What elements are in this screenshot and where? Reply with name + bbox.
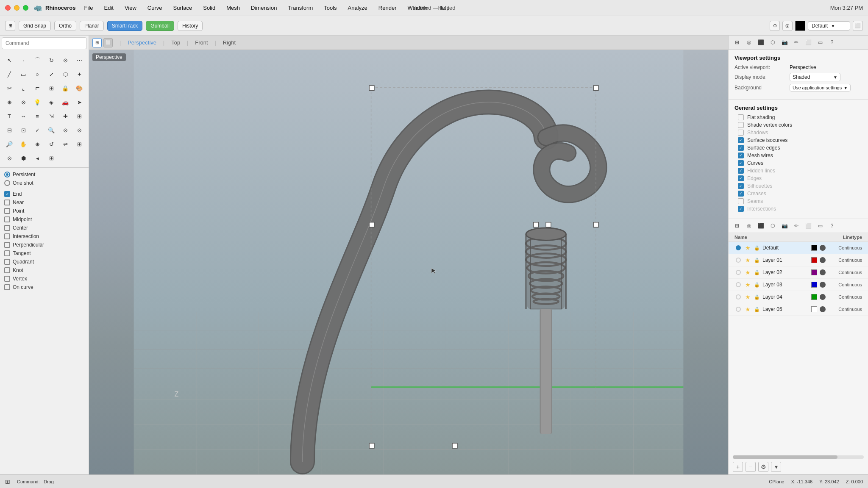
snap-perpendicular[interactable]: Perpendicular — [4, 241, 84, 249]
snap-oncurve-cb[interactable] — [4, 284, 10, 290]
snap-circle-icon[interactable]: ◎ — [782, 21, 793, 31]
ortho-snap-tool[interactable]: ⊡ — [17, 123, 30, 137]
trim-tool[interactable]: ✂ — [3, 81, 16, 95]
menu-tools[interactable]: Tools — [322, 4, 338, 12]
layer-row-04[interactable]: ★ 🔒 Layer 04 Continuous — [729, 291, 868, 303]
layer-color-01[interactable] — [811, 257, 817, 263]
lp-tab-icon-4[interactable]: ⬡ — [768, 221, 778, 231]
select-tool[interactable]: ↖ — [3, 53, 16, 67]
array-tool[interactable]: ⊞ — [72, 137, 86, 151]
vp-tab-layers[interactable]: ⊞ — [732, 37, 742, 47]
snap-end[interactable]: ✓ End — [4, 190, 84, 198]
oneshot-radio[interactable] — [4, 180, 10, 186]
layer-more-button[interactable]: ▾ — [771, 462, 781, 472]
vp-tab-camera[interactable]: 📷 — [779, 37, 790, 47]
camera-tool[interactable]: ⊙ — [58, 53, 72, 67]
more-tool-2[interactable]: ✦ — [72, 67, 86, 81]
display-mode-dropdown[interactable]: Shaded ▼ — [790, 73, 840, 81]
minimize-button[interactable] — [14, 5, 19, 11]
layer-lock-02[interactable]: 🔒 — [753, 269, 761, 276]
layer-color-05[interactable] — [811, 306, 817, 312]
cb-shade-vertex-box[interactable] — [738, 122, 744, 128]
grid-tool[interactable]: ⊞ — [72, 109, 86, 123]
persistent-snap-item[interactable]: Persistent — [4, 170, 84, 179]
cb-edges[interactable]: ✓ Edges — [734, 175, 862, 181]
cb-mesh-wires-box[interactable]: ✓ — [738, 152, 744, 158]
snap-vertex[interactable]: Vertex — [4, 274, 84, 283]
close-button[interactable] — [5, 5, 11, 11]
snap-point-cb[interactable] — [4, 208, 10, 214]
more-tool-3[interactable]: ⊙ — [58, 123, 72, 137]
3d-rotate[interactable]: ↺ — [45, 137, 58, 151]
lp-tab-icon-9[interactable]: ? — [827, 221, 837, 231]
snap-tangent-cb[interactable] — [4, 250, 10, 256]
lp-tab-icon-7[interactable]: ⬜ — [803, 221, 813, 231]
snap-near-cb[interactable] — [4, 200, 10, 205]
vp-tab-help[interactable]: ? — [827, 37, 837, 47]
layer-row-default[interactable]: ★ 🔒 Default Continuous — [729, 242, 868, 254]
cb-surface-iso-box[interactable]: ✓ — [738, 137, 744, 143]
layer-radio-03[interactable] — [734, 281, 742, 288]
lp-tab-icon-8[interactable]: ▭ — [815, 221, 825, 231]
snap-quadrant[interactable]: Quadrant — [4, 258, 84, 266]
gumball-button[interactable]: Gumball — [146, 21, 174, 31]
cb-silhouettes[interactable]: ✓ Silhouettes — [734, 183, 862, 189]
snap-center[interactable]: Center — [4, 224, 84, 232]
offset-tool[interactable]: ⊏ — [31, 81, 44, 95]
snap-knot[interactable]: Knot — [4, 266, 84, 274]
mirror-tool[interactable]: ⇌ — [58, 137, 72, 151]
cb-intersections[interactable]: ✓ Intersections — [734, 206, 862, 212]
cb-curves-box[interactable]: ✓ — [738, 160, 744, 166]
snap-tangent[interactable]: Tangent — [4, 249, 84, 258]
arrow-tool[interactable]: ➤ — [72, 95, 86, 109]
vp-tab-circle[interactable]: ◎ — [744, 37, 754, 47]
tab-icon-grid[interactable]: ⊞ — [92, 38, 102, 47]
oneshot-snap-item[interactable]: One shot — [4, 179, 84, 187]
pan-tool[interactable]: ✋ — [17, 137, 30, 151]
snap-quadrant-cb[interactable] — [4, 259, 10, 265]
vp-tab-3d[interactable]: ⬡ — [768, 37, 778, 47]
menu-edit[interactable]: Edit — [102, 4, 115, 12]
layer-radio-02[interactable] — [734, 269, 742, 276]
cb-edges-box[interactable]: ✓ — [738, 175, 744, 181]
rotate-tool[interactable]: ↻ — [45, 53, 58, 67]
color-wheel-tool[interactable]: 🎨 — [72, 81, 86, 95]
vp-tab-box3[interactable]: ▭ — [815, 37, 825, 47]
menu-transform[interactable]: Transform — [286, 4, 314, 12]
text-tool[interactable]: T — [3, 109, 16, 123]
cb-seams[interactable]: Seams — [734, 198, 862, 204]
hatch-tool[interactable]: ≡ — [31, 109, 44, 123]
layer-color-04[interactable] — [811, 294, 817, 300]
group-tool[interactable]: ⊞ — [45, 81, 58, 95]
cb-hidden-lines-box[interactable]: ✓ — [738, 168, 744, 174]
layer-radio-default[interactable] — [734, 244, 742, 252]
move-tool[interactable]: ✚ — [58, 109, 72, 123]
zoom-window[interactable]: ⊕ — [31, 137, 44, 151]
sidebar-toggle-icon[interactable]: ⊞ — [5, 21, 15, 31]
layer-lock-03[interactable]: 🔒 — [753, 281, 761, 288]
layer-lock-04[interactable]: 🔒 — [753, 293, 761, 301]
menu-mesh[interactable]: Mesh — [225, 4, 242, 12]
boolean-tool[interactable]: ⊕ — [3, 95, 16, 109]
lp-tab-icon-2[interactable]: ◎ — [744, 221, 754, 231]
tab-icon-single[interactable]: ⬜ — [103, 38, 113, 47]
menu-file[interactable]: File — [83, 4, 95, 12]
analyze-tool[interactable]: 🔍 — [45, 123, 58, 137]
maximize-button[interactable] — [23, 5, 28, 11]
vp-tab-edit[interactable]: ✏ — [791, 37, 801, 47]
light-tool[interactable]: 💡 — [31, 95, 44, 109]
cb-hidden-lines[interactable]: ✓ Hidden lines — [734, 168, 862, 174]
solid2-tool[interactable]: ⬢ — [17, 151, 30, 165]
cb-surface-edges[interactable]: ✓ Surface edges — [734, 145, 862, 151]
history-button[interactable]: History — [178, 21, 203, 31]
layer-lock-01[interactable]: 🔒 — [753, 256, 761, 264]
transform-tool[interactable]: ⤢ — [45, 67, 58, 81]
point-tool[interactable]: · — [17, 53, 30, 67]
panel-toggle-right[interactable]: ⬜ — [853, 21, 863, 31]
layer-lock-05[interactable]: 🔒 — [753, 305, 761, 313]
cb-intersections-box[interactable]: ✓ — [738, 206, 744, 212]
smarttrack-button[interactable]: SmartTrack — [107, 21, 143, 31]
snap-end-cb[interactable]: ✓ — [4, 191, 10, 197]
curve-tool[interactable]: ⌒ — [31, 53, 44, 67]
lp-tab-icon-1[interactable]: ⊞ — [732, 221, 742, 231]
